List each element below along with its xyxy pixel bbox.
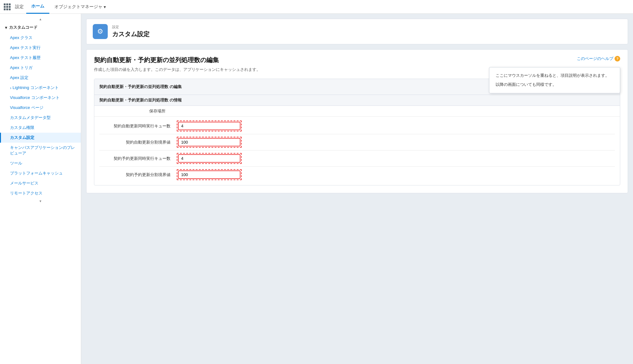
nav-home-tab[interactable]: ホーム bbox=[26, 0, 49, 14]
page-header-subtitle: 設定 bbox=[112, 25, 150, 29]
field3-label: 契約予約更新同時実行キュー数 bbox=[104, 156, 173, 161]
sidebar-item-apex-trigger[interactable]: Apex トリガ bbox=[0, 63, 81, 73]
inputs-dashed-border-2 bbox=[177, 137, 242, 148]
fields-container: 契約自動更新同時実行キュー数 契約自動更新分割境界値 bbox=[94, 117, 620, 185]
field2-label: 契約自動更新分割境界値 bbox=[104, 140, 173, 145]
form-sub-header-text: 契約自動更新・予約更新の並列処理数 の情報 bbox=[99, 98, 182, 102]
nav-object-manager-tab[interactable]: オブジェクトマネージャ ▾ bbox=[51, 0, 110, 14]
content-area: ⚙ 設定 カスタム設定 契約自動更新・予約更新の並列処理数の編集 作成した項目の… bbox=[81, 14, 633, 364]
page-header-text: 設定 カスタム設定 bbox=[112, 25, 150, 38]
form-row-field1: 契約自動更新同時実行キュー数 bbox=[99, 118, 615, 134]
sidebar-item-visualforce-components[interactable]: Visualforce コンポーネント bbox=[0, 93, 81, 103]
sidebar-item-visualforce-pages[interactable]: Visualforce ページ bbox=[0, 103, 81, 113]
form-row-field3: 契約予約更新同時実行キュー数 bbox=[99, 150, 615, 167]
sidebar-item-email-services[interactable]: メールサービス bbox=[0, 178, 81, 188]
form-sub-header: 契約自動更新・予約更新の並列処理数 の情報 bbox=[94, 95, 620, 106]
field1-input[interactable] bbox=[178, 122, 240, 130]
form-section-title: 契約自動更新・予約更新の並列処理数 の編集 bbox=[99, 84, 182, 90]
sidebar-item-lightning-components[interactable]: › Lightning コンポーネント bbox=[0, 83, 81, 93]
fields-with-labels: 契約自動更新同時実行キュー数 契約自動更新分割境界値 bbox=[99, 118, 615, 183]
help-question-icon: ? bbox=[615, 56, 620, 61]
nav-settings-label: 設定 bbox=[15, 4, 24, 10]
inputs-dashed-border-3 bbox=[177, 153, 242, 164]
scroll-up-indicator[interactable]: ▲ bbox=[0, 16, 81, 22]
sidebar-item-canvas-preview[interactable]: キャンバスアプリケーションのプレビューア bbox=[0, 143, 81, 158]
expand-icon: › bbox=[10, 86, 11, 90]
field4-input[interactable] bbox=[178, 170, 240, 179]
callout-line2: 以降の画面についても同様です。 bbox=[496, 81, 614, 88]
field3-input[interactable] bbox=[178, 154, 240, 163]
sidebar-section-label: カスタムコード bbox=[9, 25, 37, 30]
app-switcher-icon[interactable] bbox=[4, 3, 11, 10]
main-card-title: 契約自動更新・予約更新の並列処理数の編集 bbox=[94, 56, 620, 64]
form-row-field2: 契約自動更新分割境界値 bbox=[99, 134, 615, 150]
page-header-card: ⚙ 設定 カスタム設定 bbox=[86, 19, 628, 44]
page-header-icon: ⚙ bbox=[93, 24, 108, 39]
form-section: 契約自動更新・予約更新の並列処理数 の編集 保存 キャンセル 契約自動更新・予約… bbox=[94, 79, 620, 185]
section-chevron-icon: ▾ bbox=[5, 25, 7, 30]
save-location-label: 保存場所 bbox=[99, 108, 168, 114]
sidebar-item-custom-permissions[interactable]: カスタム権限 bbox=[0, 123, 81, 133]
dropdown-chevron-icon: ▾ bbox=[104, 4, 106, 9]
field1-label: 契約自動更新同時実行キュー数 bbox=[104, 123, 173, 129]
callout-line1: ここにマウスカーソルを重ねると、項目説明が表示されます。 bbox=[496, 72, 614, 79]
field2-input[interactable] bbox=[178, 138, 240, 146]
sidebar-item-custom-settings[interactable]: カスタム設定 bbox=[0, 133, 81, 143]
sidebar-item-platform-cache[interactable]: プラットフォームキャッシュ bbox=[0, 168, 81, 178]
sidebar-item-apex-settings[interactable]: Apex 設定 bbox=[0, 73, 81, 83]
callout-box: ここにマウスカーソルを重ねると、項目説明が表示されます。 以降の画面についても同… bbox=[489, 67, 620, 93]
inputs-dashed-border bbox=[177, 121, 242, 131]
settings-gear-icon: ⚙ bbox=[97, 27, 103, 36]
main-layout: ▲ ▾ カスタムコード Apex クラス Apex テスト実行 Apex テスト… bbox=[0, 14, 633, 364]
page-header-title: カスタム設定 bbox=[112, 30, 150, 38]
form-row-save-location: 保存場所 bbox=[94, 106, 620, 117]
scroll-down-indicator[interactable]: ▼ bbox=[0, 198, 81, 204]
sidebar-item-apex-class[interactable]: Apex クラス bbox=[0, 33, 81, 43]
help-link-text: このページのヘルプ bbox=[577, 56, 613, 61]
sidebar-item-remote-access[interactable]: リモートアクセス bbox=[0, 188, 81, 198]
inputs-dashed-border-4 bbox=[177, 169, 242, 180]
sidebar-item-tools[interactable]: ツール bbox=[0, 158, 81, 168]
help-link[interactable]: このページのヘルプ ? bbox=[577, 56, 620, 61]
sidebar-item-custom-metadata[interactable]: カスタムメタデータ型 bbox=[0, 113, 81, 123]
field4-label: 契約予約更新分割境界値 bbox=[104, 172, 173, 178]
top-navigation: 設定 ホーム オブジェクトマネージャ ▾ bbox=[0, 0, 633, 14]
sidebar-item-apex-test-history[interactable]: Apex テスト履歴 bbox=[0, 53, 81, 63]
sidebar-section-custom-code[interactable]: ▾ カスタムコード bbox=[0, 22, 81, 33]
sidebar: ▲ ▾ カスタムコード Apex クラス Apex テスト実行 Apex テスト… bbox=[0, 14, 81, 364]
sidebar-item-apex-test-run[interactable]: Apex テスト実行 bbox=[0, 43, 81, 53]
form-row-field4: 契約予約更新分割境界値 bbox=[99, 167, 615, 183]
main-card: 契約自動更新・予約更新の並列処理数の編集 作成した項目の値を入力します。このデー… bbox=[86, 49, 628, 193]
